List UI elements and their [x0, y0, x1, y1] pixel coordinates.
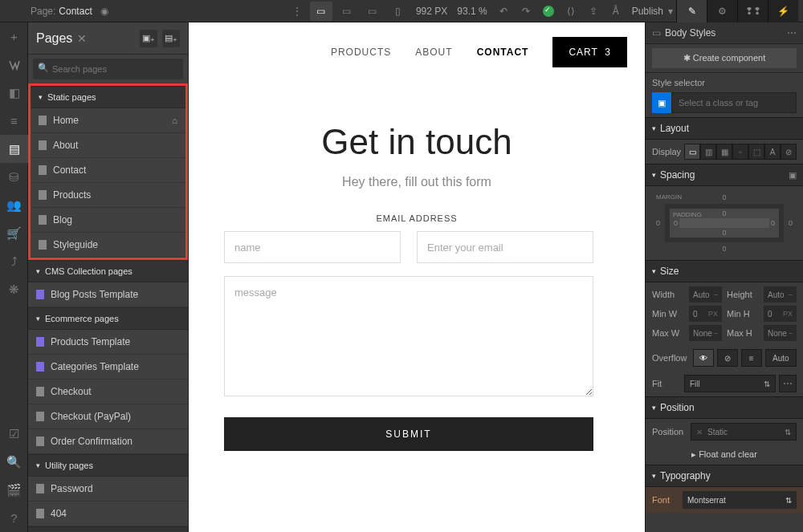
spacing-box[interactable]: MARGIN PADDING 0 0 0 0 0 0 0 0: [652, 191, 797, 255]
zoom-level[interactable]: 93.1 %: [457, 6, 487, 17]
page-item-categories-template[interactable]: Categories Template: [28, 355, 188, 380]
name-input[interactable]: [224, 231, 401, 263]
new-folder-icon[interactable]: ▣₊: [140, 30, 157, 47]
overflow-scroll-icon[interactable]: ≡: [741, 349, 762, 367]
webflow-logo-icon[interactable]: [0, 51, 28, 79]
selector-icon[interactable]: ▣: [652, 92, 671, 113]
cms-icon[interactable]: ⛁: [0, 163, 28, 191]
search-pages-input[interactable]: [33, 59, 183, 79]
minh-input[interactable]: 0PX: [764, 306, 797, 322]
page-item-order-confirmation[interactable]: Order Confirmation: [28, 429, 188, 454]
page-item-checkout[interactable]: Checkout: [28, 380, 188, 404]
fit-more-button[interactable]: ⋯: [779, 375, 797, 392]
pages-icon[interactable]: ▤: [0, 135, 28, 163]
group-ecom-pages[interactable]: ▾Ecommerce pages: [28, 307, 188, 330]
nav-contact[interactable]: CONTACT: [477, 47, 529, 58]
more-dots-icon[interactable]: ⋯: [787, 27, 797, 39]
message-textarea[interactable]: [224, 276, 593, 396]
search-icon[interactable]: 🔍: [0, 448, 28, 476]
group-utility-pages[interactable]: ▾Utility pages: [28, 454, 188, 477]
display-inline-icon[interactable]: ⬚: [748, 144, 764, 160]
email-input[interactable]: [417, 231, 593, 263]
device-landscape-icon[interactable]: ▭: [361, 2, 384, 21]
close-icon[interactable]: ✕: [77, 32, 87, 45]
position-select[interactable]: ✕Static⇅: [691, 423, 797, 441]
more-vertical-icon[interactable]: ⋮: [286, 2, 308, 21]
overflow-visible-icon[interactable]: 👁: [693, 349, 714, 367]
page-item-blog-posts-template[interactable]: Blog Posts Template: [28, 282, 188, 307]
overflow-auto-button[interactable]: Auto: [765, 349, 797, 367]
help-icon[interactable]: ?: [0, 504, 28, 532]
display-block-icon[interactable]: ▭: [684, 144, 700, 160]
nav-about[interactable]: ABOUT: [415, 47, 452, 58]
new-page-icon[interactable]: ▤₊: [162, 30, 180, 47]
add-element-icon[interactable]: +: [0, 22, 28, 51]
design-canvas[interactable]: PRODUCTS ABOUT CONTACT CART 3 Get in tou…: [189, 22, 645, 532]
audit-icon[interactable]: Å: [605, 2, 627, 21]
share-icon[interactable]: ⤴: [0, 247, 28, 275]
page-item-styleguide[interactable]: Styleguide: [31, 233, 185, 258]
page-name[interactable]: Contact: [59, 6, 92, 17]
group-user-pages[interactable]: ▾User pages: [28, 526, 188, 532]
minw-input[interactable]: 0PX: [689, 306, 722, 322]
fit-select[interactable]: Fill⇅: [684, 375, 776, 392]
display-text-icon[interactable]: A: [764, 144, 781, 160]
interactions-drops-icon[interactable]: ❢❢: [737, 0, 768, 22]
display-flex-icon[interactable]: ▥: [700, 144, 716, 160]
code-icon[interactable]: ⟨⟩: [560, 2, 582, 21]
page-item-products-template[interactable]: Products Template: [28, 330, 188, 355]
maxw-input[interactable]: None–: [689, 325, 722, 341]
components-icon[interactable]: ◧: [0, 79, 28, 107]
overflow-hidden-icon[interactable]: ⊘: [717, 349, 738, 367]
hero-title[interactable]: Get in touch: [205, 122, 629, 162]
nav-products[interactable]: PRODUCTS: [331, 47, 391, 58]
section-position[interactable]: ▾Position: [646, 396, 803, 419]
font-select[interactable]: Montserrat⇅: [683, 491, 797, 509]
display-grid-icon[interactable]: ▦: [716, 144, 732, 160]
ecommerce-cart-icon[interactable]: 🛒: [0, 219, 28, 247]
page-item-404[interactable]: 404: [28, 502, 188, 526]
section-size[interactable]: ▾Size: [646, 260, 803, 282]
navigator-icon[interactable]: ≡: [0, 107, 28, 135]
redo-icon[interactable]: ↷: [515, 2, 537, 21]
create-component-button[interactable]: ✱ Create component: [652, 48, 797, 68]
submit-button[interactable]: SUBMIT: [224, 417, 593, 451]
page-item-blog[interactable]: Blog: [31, 208, 185, 233]
device-mobile-icon[interactable]: ▯: [387, 2, 410, 21]
height-input[interactable]: Auto–: [764, 286, 797, 303]
page-item-contact[interactable]: Contact: [31, 158, 185, 183]
maxh-input[interactable]: None–: [764, 325, 797, 341]
selector-input[interactable]: [671, 92, 797, 113]
publish-button[interactable]: Publish: [632, 6, 663, 17]
section-layout[interactable]: ▾Layout: [646, 117, 803, 140]
preview-icon[interactable]: ◉: [100, 6, 108, 17]
group-static-pages[interactable]: ▾Static pages: [31, 86, 185, 108]
checkbox-icon[interactable]: ☑: [0, 420, 28, 448]
page-item-home[interactable]: Home⌂: [31, 108, 185, 133]
export-icon[interactable]: ⇪: [582, 2, 605, 21]
settings-icon[interactable]: ❋: [0, 275, 28, 303]
display-none-icon[interactable]: ⊘: [781, 144, 797, 160]
hero-subtitle[interactable]: Hey there, fill out this form: [205, 175, 629, 189]
page-item-password[interactable]: Password: [28, 477, 188, 502]
spacing-expand-icon[interactable]: ▣: [789, 170, 797, 181]
group-cms-pages[interactable]: ▾CMS Collection pages: [28, 260, 188, 282]
width-input[interactable]: Auto–: [689, 286, 722, 303]
paintbrush-icon[interactable]: ✎: [676, 0, 707, 22]
page-item-about[interactable]: About: [31, 133, 185, 158]
chevron-down-icon[interactable]: ▾: [668, 6, 673, 17]
effects-bolt-icon[interactable]: ⚡: [768, 0, 798, 22]
display-inlineblock-icon[interactable]: ▫: [732, 144, 748, 160]
cart-button[interactable]: CART 3: [552, 37, 627, 67]
device-desktop-icon[interactable]: ▭: [310, 2, 332, 21]
page-item-products[interactable]: Products: [31, 183, 185, 208]
undo-icon[interactable]: ↶: [492, 2, 515, 21]
section-spacing[interactable]: ▾Spacing▣: [646, 164, 803, 186]
float-and-clear-row[interactable]: ▸ Float and clear: [646, 445, 803, 465]
video-icon[interactable]: 🎬: [0, 476, 28, 504]
users-icon[interactable]: 👥: [0, 191, 28, 219]
page-item-checkout-paypal[interactable]: Checkout (PayPal): [28, 404, 188, 429]
device-tablet-icon[interactable]: ▭: [336, 2, 358, 21]
section-typography[interactable]: ▾Typography: [646, 465, 803, 487]
settings-gear-icon[interactable]: ⚙: [707, 0, 737, 22]
